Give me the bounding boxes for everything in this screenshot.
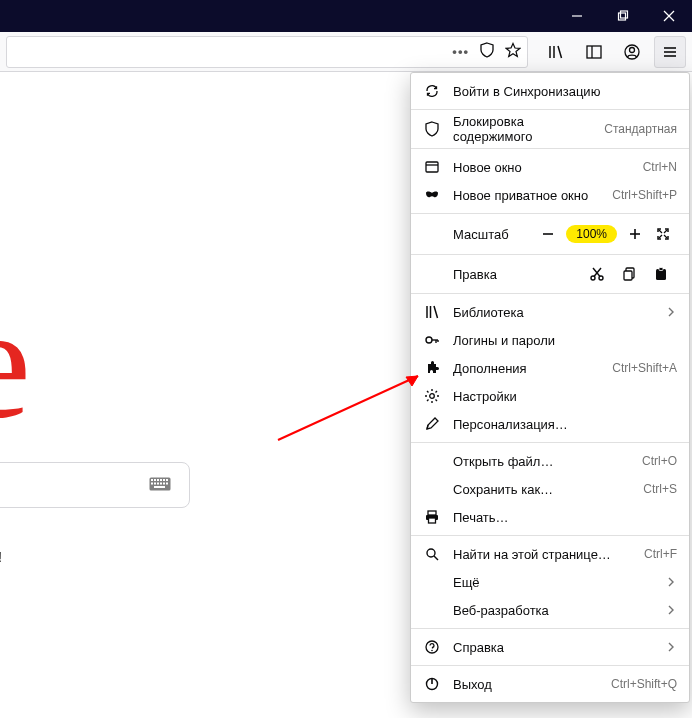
svg-rect-21 — [166, 479, 168, 481]
promo-text-fragment: ! — [0, 548, 2, 565]
menu-settings[interactable]: Настройки — [411, 382, 689, 410]
window-icon — [423, 159, 441, 175]
menu-addons-label: Дополнения — [453, 361, 604, 376]
menu-separator — [411, 293, 689, 294]
menu-new-private-shortcut: Ctrl+Shift+P — [612, 188, 677, 202]
account-toolbar-button[interactable] — [616, 36, 648, 68]
menu-webdev[interactable]: Веб-разработка — [411, 596, 689, 624]
help-icon — [423, 639, 441, 655]
menu-edit-row: Правка — [411, 259, 689, 289]
chevron-right-icon — [665, 577, 677, 587]
menu-save-as[interactable]: Сохранить как… Ctrl+S — [411, 475, 689, 503]
copy-button[interactable] — [613, 261, 645, 287]
chevron-right-icon — [665, 642, 677, 652]
svg-line-34 — [659, 230, 662, 233]
menu-find[interactable]: Найти на этой странице… Ctrl+F — [411, 540, 689, 568]
svg-line-41 — [593, 268, 600, 277]
svg-line-37 — [659, 235, 662, 238]
svg-rect-17 — [154, 479, 156, 481]
svg-rect-8 — [587, 46, 601, 58]
menu-help[interactable]: Справка — [411, 633, 689, 661]
chevron-right-icon — [665, 307, 677, 317]
cut-button[interactable] — [581, 261, 613, 287]
svg-rect-1 — [619, 13, 626, 20]
menu-new-window-shortcut: Ctrl+N — [643, 160, 677, 174]
zoom-value[interactable]: 100% — [566, 225, 617, 243]
addons-icon — [423, 360, 441, 376]
svg-rect-20 — [163, 479, 165, 481]
svg-rect-19 — [160, 479, 162, 481]
svg-line-7 — [558, 46, 562, 58]
svg-rect-22 — [151, 482, 153, 484]
customize-icon — [423, 416, 441, 432]
svg-rect-56 — [429, 518, 436, 523]
svg-point-57 — [427, 549, 435, 557]
menu-zoom-row: Масштаб 100% — [411, 218, 689, 250]
browser-toolbar: ••• — [0, 32, 692, 72]
paste-button[interactable] — [645, 261, 677, 287]
library-toolbar-button[interactable] — [540, 36, 572, 68]
window-close-button[interactable] — [646, 0, 692, 32]
menu-zoom-label: Масштаб — [423, 227, 534, 242]
shield-icon[interactable] — [479, 42, 495, 61]
menu-open-file[interactable]: Открыть файл… Ctrl+O — [411, 447, 689, 475]
zoom-out-button[interactable] — [534, 222, 562, 246]
menu-separator — [411, 535, 689, 536]
svg-line-47 — [434, 306, 438, 318]
menu-open-file-shortcut: Ctrl+O — [642, 454, 677, 468]
sidebar-toolbar-button[interactable] — [578, 36, 610, 68]
page-actions-icon[interactable]: ••• — [452, 44, 469, 59]
menu-separator — [411, 213, 689, 214]
menu-addons-shortcut: Ctrl+Shift+A — [612, 361, 677, 375]
menu-find-label: Найти на этой странице… — [453, 547, 636, 562]
gear-icon — [423, 388, 441, 404]
svg-rect-44 — [659, 268, 663, 271]
menu-exit-label: Выход — [453, 677, 603, 692]
svg-rect-24 — [157, 482, 159, 484]
window-titlebar — [0, 0, 692, 32]
menu-separator — [411, 665, 689, 666]
menu-logins-label: Логины и пароли — [453, 333, 677, 348]
app-menu-panel: Войти в Синхронизацию Блокировка содержи… — [410, 72, 690, 703]
menu-exit[interactable]: Выход Ctrl+Shift+Q — [411, 670, 689, 698]
logo-fragment: e — [0, 282, 31, 442]
menu-sync-label: Войти в Синхронизацию — [453, 84, 677, 99]
zoom-in-button[interactable] — [621, 222, 649, 246]
svg-rect-54 — [428, 511, 436, 515]
menu-separator — [411, 109, 689, 110]
window-restore-button[interactable] — [600, 0, 646, 32]
menu-library[interactable]: Библиотека — [411, 298, 689, 326]
menu-logins[interactable]: Логины и пароли — [411, 326, 689, 354]
search-input[interactable] — [0, 462, 190, 508]
menu-exit-shortcut: Ctrl+Shift+Q — [611, 677, 677, 691]
menu-save-as-label: Сохранить как… — [453, 482, 635, 497]
keyboard-icon[interactable] — [149, 477, 171, 494]
svg-rect-16 — [151, 479, 153, 481]
url-bar[interactable]: ••• — [6, 36, 528, 68]
menu-new-private-window[interactable]: Новое приватное окно Ctrl+Shift+P — [411, 181, 689, 209]
menu-customize[interactable]: Персонализация… — [411, 410, 689, 438]
exit-icon — [423, 676, 441, 692]
svg-line-36 — [664, 235, 667, 238]
menu-new-window[interactable]: Новое окно Ctrl+N — [411, 153, 689, 181]
menu-library-label: Библиотека — [453, 305, 665, 320]
menu-print[interactable]: Печать… — [411, 503, 689, 531]
menu-separator — [411, 442, 689, 443]
svg-rect-25 — [160, 482, 162, 484]
menu-sync[interactable]: Войти в Синхронизацию — [411, 77, 689, 105]
fullscreen-button[interactable] — [649, 222, 677, 246]
svg-point-11 — [630, 47, 635, 52]
menu-edit-label: Правка — [423, 267, 581, 282]
menu-open-file-label: Открыть файл… — [453, 454, 634, 469]
star-icon[interactable] — [505, 42, 521, 61]
window-minimize-button[interactable] — [554, 0, 600, 32]
svg-line-35 — [664, 230, 667, 233]
menu-addons[interactable]: Дополнения Ctrl+Shift+A — [411, 354, 689, 382]
menu-new-window-label: Новое окно — [453, 160, 635, 175]
menu-print-label: Печать… — [453, 510, 677, 525]
menu-webdev-label: Веб-разработка — [453, 603, 665, 618]
svg-point-52 — [430, 394, 435, 399]
menu-content-blocking[interactable]: Блокировка содержимого Стандартная — [411, 114, 689, 144]
hamburger-menu-button[interactable] — [654, 36, 686, 68]
menu-more[interactable]: Ещё — [411, 568, 689, 596]
